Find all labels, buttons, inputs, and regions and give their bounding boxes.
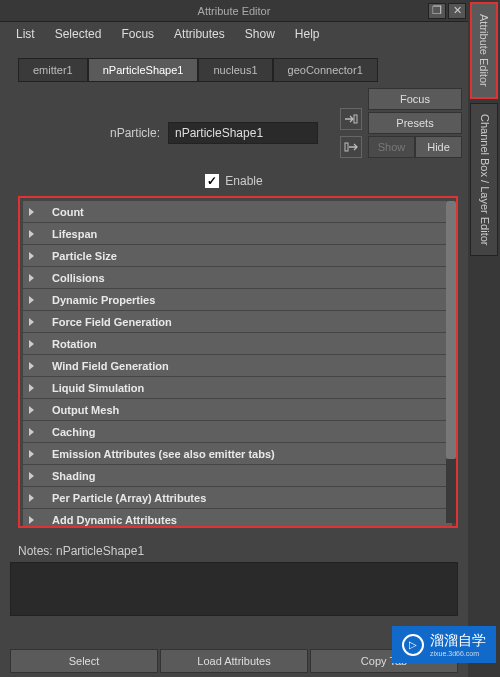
side-tab-channel-box[interactable]: Channel Box / Layer Editor	[470, 103, 498, 256]
chevron-right-icon	[29, 252, 34, 260]
notes-label: Notes: nParticleShape1	[18, 544, 468, 558]
chevron-right-icon	[29, 362, 34, 370]
scrollbar[interactable]	[446, 201, 456, 523]
chevron-right-icon	[29, 472, 34, 480]
chevron-right-icon	[29, 208, 34, 216]
node-type-label: nParticle:	[60, 126, 160, 140]
menu-attributes[interactable]: Attributes	[166, 24, 233, 44]
section-rotation[interactable]: Rotation	[23, 333, 452, 354]
chevron-right-icon	[29, 274, 34, 282]
scroll-thumb[interactable]	[446, 201, 456, 459]
section-caching[interactable]: Caching	[23, 421, 452, 442]
menu-selected[interactable]: Selected	[47, 24, 110, 44]
section-collisions[interactable]: Collisions	[23, 267, 452, 288]
section-lifespan[interactable]: Lifespan	[23, 223, 452, 244]
section-shading[interactable]: Shading	[23, 465, 452, 486]
section-count[interactable]: Count	[23, 201, 452, 222]
tab-emitter1[interactable]: emitter1	[18, 58, 88, 82]
chevron-right-icon	[29, 428, 34, 436]
load-attributes-button[interactable]: Load Attributes	[160, 649, 308, 673]
notes-textarea[interactable]	[10, 562, 458, 616]
chevron-right-icon	[29, 318, 34, 326]
chevron-right-icon	[29, 406, 34, 414]
section-per-particle-attributes[interactable]: Per Particle (Array) Attributes	[23, 487, 452, 508]
tab-geoconnector1[interactable]: geoConnector1	[273, 58, 378, 82]
menubar: List Selected Focus Attributes Show Help	[0, 22, 468, 46]
window-title: Attribute Editor	[198, 5, 271, 17]
chevron-right-icon	[29, 384, 34, 392]
tab-nucleus1[interactable]: nucleus1	[198, 58, 272, 82]
chevron-right-icon	[29, 450, 34, 458]
section-liquid-simulation[interactable]: Liquid Simulation	[23, 377, 452, 398]
enable-label: Enable	[225, 174, 262, 188]
watermark-text: 溜溜自学	[430, 632, 486, 648]
show-button[interactable]: Show	[368, 136, 415, 158]
restore-icon[interactable]: ❐	[428, 3, 446, 19]
side-tabs: Attribute Editor Channel Box / Layer Edi…	[468, 0, 500, 677]
select-button[interactable]: Select	[10, 649, 158, 673]
side-tab-attribute-editor[interactable]: Attribute Editor	[470, 2, 498, 99]
section-output-mesh[interactable]: Output Mesh	[23, 399, 452, 420]
section-particle-size[interactable]: Particle Size	[23, 245, 452, 266]
chevron-right-icon	[29, 230, 34, 238]
node-tabs: emitter1 nParticleShape1 nucleus1 geoCon…	[0, 46, 468, 82]
presets-button[interactable]: Presets	[368, 112, 462, 134]
menu-help[interactable]: Help	[287, 24, 328, 44]
section-force-field-generation[interactable]: Force Field Generation	[23, 311, 452, 332]
node-name-input[interactable]	[168, 122, 318, 144]
chevron-right-icon	[29, 516, 34, 524]
tab-nparticleshape1[interactable]: nParticleShape1	[88, 58, 199, 82]
svg-rect-1	[345, 143, 348, 151]
chevron-right-icon	[29, 494, 34, 502]
watermark-sub: zixue.3d66.com	[430, 650, 486, 657]
bottom-buttons: Select Load Attributes Copy Tab	[10, 649, 458, 673]
hide-button[interactable]: Hide	[415, 136, 462, 158]
chevron-right-icon	[29, 296, 34, 304]
focus-button[interactable]: Focus	[368, 88, 462, 110]
chevron-right-icon	[29, 340, 34, 348]
titlebar: Attribute Editor ❐ ✕	[0, 0, 468, 22]
go-input-icon[interactable]	[340, 108, 362, 130]
right-buttons: Focus Presets Show Hide	[368, 88, 462, 158]
enable-checkbox[interactable]: ✓	[205, 174, 219, 188]
menu-list[interactable]: List	[8, 24, 43, 44]
play-icon: ▷	[402, 634, 424, 656]
go-output-icon[interactable]	[340, 136, 362, 158]
sections-highlight: Count Lifespan Particle Size Collisions …	[18, 196, 458, 528]
enable-row: ✓ Enable	[0, 174, 468, 188]
close-icon[interactable]: ✕	[448, 3, 466, 19]
section-add-dynamic-attributes[interactable]: Add Dynamic Attributes	[23, 509, 452, 528]
section-dynamic-properties[interactable]: Dynamic Properties	[23, 289, 452, 310]
watermark: ▷ 溜溜自学 zixue.3d66.com	[392, 626, 496, 663]
svg-rect-0	[354, 115, 357, 123]
section-wind-field-generation[interactable]: Wind Field Generation	[23, 355, 452, 376]
menu-show[interactable]: Show	[237, 24, 283, 44]
menu-focus[interactable]: Focus	[113, 24, 162, 44]
section-emission-attributes[interactable]: Emission Attributes (see also emitter ta…	[23, 443, 452, 464]
